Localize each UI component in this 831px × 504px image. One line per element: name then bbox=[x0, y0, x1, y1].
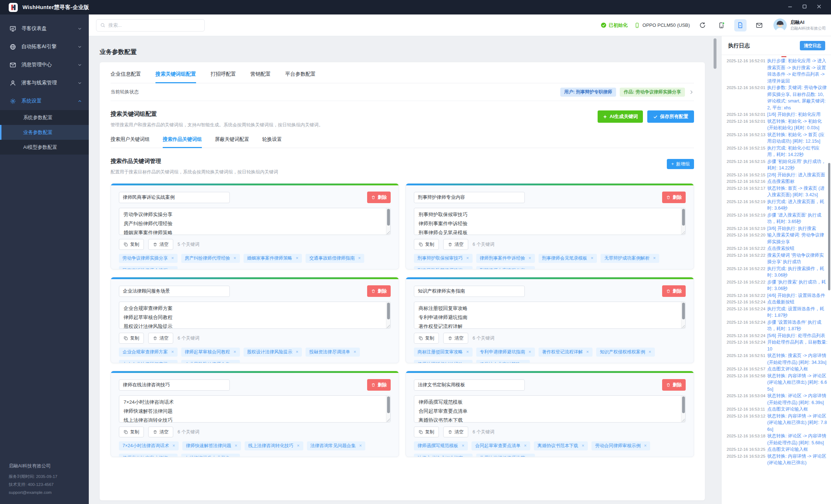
resize-handle-icon[interactable] bbox=[681, 324, 685, 328]
sidebar-subitem[interactable]: 系统参数配置 bbox=[0, 110, 89, 125]
remove-tag-icon[interactable]: × bbox=[358, 256, 361, 261]
keyword-tag[interactable]: 刑事风险防范律师建议 × bbox=[414, 266, 473, 269]
keyword-tag[interactable]: 企业风险防控律师合集 × bbox=[181, 360, 240, 363]
remove-tag-icon[interactable]: × bbox=[466, 268, 469, 269]
keyword-tag[interactable]: 在线咨询提升专业形象 × bbox=[181, 454, 240, 457]
remove-tag-icon[interactable]: × bbox=[234, 443, 237, 448]
remove-tag-icon[interactable]: × bbox=[296, 349, 298, 354]
remove-tag-icon[interactable]: × bbox=[466, 256, 469, 261]
remove-tag-icon[interactable]: × bbox=[171, 455, 174, 457]
minimize-icon[interactable] bbox=[788, 4, 793, 10]
group-name-input[interactable] bbox=[414, 379, 525, 391]
keyword-tag[interactable]: 离婚协议书范本下载 × bbox=[534, 441, 588, 450]
remove-tag-icon[interactable]: × bbox=[582, 443, 584, 448]
subtab-2[interactable]: 屏蔽关键词配置 bbox=[215, 136, 249, 148]
remove-tag-icon[interactable]: × bbox=[586, 349, 589, 354]
clear-button[interactable]: 清空 bbox=[148, 333, 173, 344]
remove-tag-icon[interactable]: × bbox=[233, 256, 236, 261]
phone-notification-icon[interactable] bbox=[715, 19, 728, 32]
resize-handle-icon[interactable] bbox=[681, 231, 685, 234]
close-icon[interactable] bbox=[817, 4, 822, 10]
keyword-tag[interactable]: 劳动争议律师实操分享 × bbox=[119, 254, 178, 263]
keyword-tag[interactable]: 律师快速解答法律问题 × bbox=[182, 441, 241, 450]
delete-group-button[interactable]: 删除 bbox=[367, 379, 391, 391]
remove-tag-icon[interactable]: × bbox=[171, 349, 174, 354]
clear-button[interactable]: 清空 bbox=[443, 427, 468, 437]
resize-handle-icon[interactable] bbox=[386, 418, 390, 422]
group-name-input[interactable] bbox=[119, 286, 230, 297]
keyword-tag[interactable]: 律师起草审核合同教程 × bbox=[181, 348, 240, 357]
keyword-tag[interactable]: 律师处理版权纠纷经验 × bbox=[414, 360, 473, 363]
keyword-tag[interactable]: 股权设计法律风险提示 × bbox=[244, 348, 302, 357]
sidebar-subitem[interactable]: AI模型参数配置 bbox=[0, 140, 89, 155]
keyword-tag[interactable]: 刑事辩护取保候审技巧 × bbox=[414, 254, 473, 263]
remove-tag-icon[interactable]: × bbox=[528, 349, 531, 354]
add-group-button[interactable]: +新增组 bbox=[667, 159, 694, 169]
sidebar-item-user[interactable]: 潜客与线索管理 bbox=[0, 74, 89, 92]
remove-tag-icon[interactable]: × bbox=[297, 443, 299, 448]
keyword-tag[interactable]: 专利申请律师避坑指南 × bbox=[476, 348, 535, 357]
keyword-tag[interactable]: 商标注册驳回复审攻略 × bbox=[414, 348, 473, 357]
remove-tag-icon[interactable]: × bbox=[528, 256, 531, 261]
remove-tag-icon[interactable]: × bbox=[171, 256, 174, 261]
maximize-icon[interactable] bbox=[802, 4, 807, 10]
clear-button[interactable]: 清空 bbox=[443, 239, 468, 250]
search-box[interactable] bbox=[96, 19, 205, 32]
remove-tag-icon[interactable]: × bbox=[359, 443, 362, 448]
clear-button[interactable]: 清空 bbox=[148, 239, 173, 250]
keywords-textarea[interactable] bbox=[119, 395, 391, 423]
remove-tag-icon[interactable]: × bbox=[296, 256, 298, 261]
log-list[interactable]: 2025-12-16 16:52:01 执行步骤: 初始化应用 -> 进入搜索页… bbox=[722, 55, 831, 504]
group-name-input[interactable] bbox=[414, 286, 525, 297]
keyword-tag[interactable]: 婚姻家事案件律师策略 × bbox=[244, 254, 302, 263]
remove-tag-icon[interactable]: × bbox=[466, 362, 469, 363]
sidebar-item-dashboard[interactable]: 寻客仪表盘 bbox=[0, 20, 89, 38]
delete-group-button[interactable]: 删除 bbox=[367, 192, 391, 203]
search-input[interactable] bbox=[108, 22, 201, 28]
tab-0[interactable]: 企业信息配置 bbox=[111, 71, 141, 83]
keyword-tag[interactable]: 民商事诉讼律师全流程 × bbox=[119, 266, 178, 269]
remove-tag-icon[interactable]: × bbox=[173, 443, 175, 448]
keyword-tag[interactable]: 无罪辩护成功案例解析 × bbox=[601, 254, 659, 263]
clear-log-button[interactable]: 清空日志 bbox=[800, 41, 825, 50]
subtab-0[interactable]: 搜索用户关键词组 bbox=[111, 136, 150, 148]
keyword-tag[interactable]: 律师高效响应客户咨询 × bbox=[119, 454, 178, 457]
group-name-input[interactable] bbox=[414, 192, 525, 203]
remove-tag-icon[interactable]: × bbox=[171, 362, 174, 363]
keyword-tag[interactable]: 合同起草审查要点清单 × bbox=[471, 441, 530, 450]
keyword-tag[interactable]: 投融资法律尽调清单 × bbox=[306, 348, 360, 357]
group-name-input[interactable] bbox=[119, 192, 230, 203]
remove-tag-icon[interactable]: × bbox=[466, 349, 469, 354]
keywords-textarea[interactable] bbox=[414, 208, 686, 235]
refresh-icon[interactable] bbox=[697, 19, 709, 32]
subtab-1[interactable]: 搜索作品关键词组 bbox=[163, 136, 202, 148]
keywords-textarea[interactable] bbox=[119, 208, 391, 235]
copy-button[interactable]: 复制 bbox=[119, 427, 144, 437]
copy-button[interactable]: 复制 bbox=[414, 239, 439, 250]
keyword-tag[interactable]: 常用协议模板律师推荐 × bbox=[476, 454, 535, 457]
clear-button[interactable]: 清空 bbox=[148, 427, 173, 437]
delete-group-button[interactable]: 删除 bbox=[662, 379, 686, 391]
remove-tag-icon[interactable]: × bbox=[171, 268, 174, 269]
remove-tag-icon[interactable]: × bbox=[524, 443, 527, 448]
tab-3[interactable]: 营销配置 bbox=[250, 71, 271, 83]
remove-tag-icon[interactable]: × bbox=[524, 362, 526, 363]
remove-tag-icon[interactable]: × bbox=[353, 349, 356, 354]
keyword-tag[interactable]: 交通事故赔偿律师指南 × bbox=[306, 254, 364, 263]
copy-button[interactable]: 复制 bbox=[414, 333, 439, 344]
keyword-tag[interactable]: 线上法律咨询转化技巧 × bbox=[245, 441, 303, 450]
remove-tag-icon[interactable]: × bbox=[653, 256, 656, 261]
keyword-tag[interactable]: 刑事律师会见笔录模板 × bbox=[539, 254, 597, 263]
remove-tag-icon[interactable]: × bbox=[648, 349, 651, 354]
keyword-tag[interactable]: 刑辩律师办案流程分享 × bbox=[476, 266, 535, 269]
remove-tag-icon[interactable]: × bbox=[591, 256, 593, 261]
sidebar-item-gear[interactable]: 系统设置 bbox=[0, 92, 89, 110]
remove-tag-icon[interactable]: × bbox=[233, 455, 236, 457]
remove-tag-icon[interactable]: × bbox=[644, 443, 647, 448]
tab-1[interactable]: 搜索关键词组配置 bbox=[155, 71, 196, 83]
keyword-tag[interactable]: 企业合规审查律师方案 × bbox=[119, 348, 178, 357]
chevron-right-icon[interactable] bbox=[689, 89, 694, 95]
user-menu[interactable]: 启融AI 启融AI科技有效公司 bbox=[773, 18, 826, 32]
log-scrollbar[interactable] bbox=[828, 163, 830, 290]
resize-handle-icon[interactable] bbox=[386, 231, 390, 234]
